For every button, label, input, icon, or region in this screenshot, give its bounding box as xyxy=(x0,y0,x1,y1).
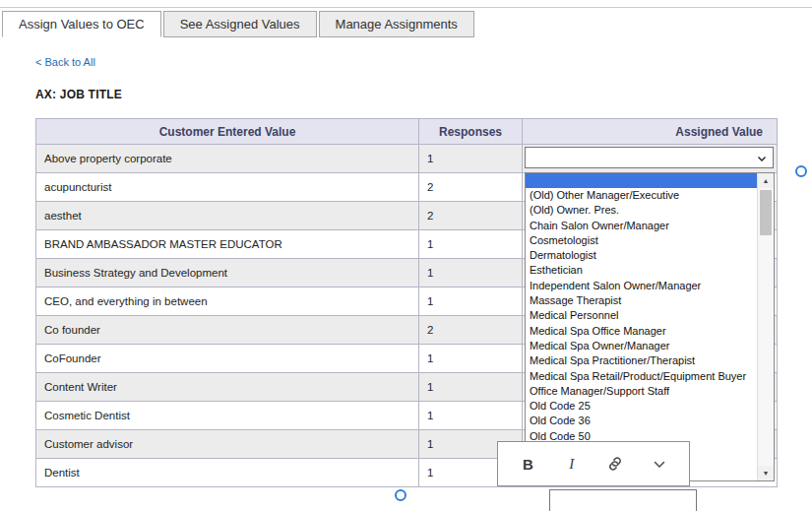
dropdown-option[interactable]: Medical Personnel xyxy=(526,308,757,323)
dropdown-option[interactable]: Medical Spa Retail/Product/Equipment Buy… xyxy=(526,369,757,384)
dropdown-option[interactable]: Medical Spa Owner/Manager xyxy=(526,339,757,353)
partial-input[interactable] xyxy=(549,489,697,511)
tab-manage-assignments[interactable]: Manage Assignments xyxy=(319,11,474,37)
customer-entered-value-cell: BRAND AMBASSADOR MASTER EDUCATOR xyxy=(36,230,419,259)
tab-assign-values-to-oec[interactable]: Assign Values to OEC xyxy=(2,11,161,37)
dropdown-option-blank-highlighted[interactable] xyxy=(526,173,757,188)
customer-entered-value-cell: CEO, and everything in between xyxy=(36,287,419,316)
chevron-down-icon xyxy=(756,153,768,164)
click-marker xyxy=(795,165,807,177)
dropdown-option[interactable]: Independent Salon Owner/Manager xyxy=(526,279,757,293)
dropdown-option[interactable]: Dermatologist xyxy=(526,248,757,263)
dropdown-option[interactable]: Medical Spa Office Manager xyxy=(526,324,757,339)
click-marker xyxy=(395,489,406,501)
customer-entered-value-cell: Customer advisor xyxy=(36,430,419,459)
dropdown-scrollbar[interactable]: ▲ ▼ xyxy=(757,173,774,480)
dropdown-option[interactable]: Esthetician xyxy=(526,263,757,278)
responses-cell: 1 xyxy=(419,345,523,373)
editor-toolbar: B I xyxy=(497,441,690,486)
responses-cell: 1 xyxy=(419,373,523,402)
responses-cell: 2 xyxy=(419,173,523,202)
responses-cell: 1 xyxy=(419,230,523,259)
responses-cell: 1 xyxy=(419,145,523,173)
link-button[interactable] xyxy=(601,450,629,478)
dropdown-option[interactable]: (Old) Other Manager/Executive xyxy=(526,188,757,203)
header-customer-entered-value: Customer Entered Value xyxy=(36,119,419,145)
responses-cell: 2 xyxy=(419,316,523,345)
scrollbar-track[interactable] xyxy=(758,188,774,466)
top-divider xyxy=(0,7,812,8)
dropdown-option[interactable]: (Old) Owner. Pres. xyxy=(526,203,757,218)
bold-button[interactable]: B xyxy=(514,450,541,478)
dropdown-option[interactable]: Massage Therapist xyxy=(526,293,757,308)
header-assigned-value: Assigned Value xyxy=(523,119,778,145)
scroll-up-icon[interactable]: ▲ xyxy=(758,173,774,188)
customer-entered-value-cell: Cosmetic Dentist xyxy=(36,402,419,430)
customer-entered-value-cell: aesthet xyxy=(36,202,419,230)
assigned-value-select[interactable] xyxy=(525,147,774,168)
header-responses: Responses xyxy=(419,119,523,145)
dropdown-option[interactable]: Office Manager/Support Staff xyxy=(526,384,757,399)
customer-entered-value-cell: Above property corporate xyxy=(36,145,419,173)
more-options-button[interactable] xyxy=(646,450,673,478)
customer-entered-value-cell: Business Strategy and Development xyxy=(36,259,419,287)
responses-cell: 2 xyxy=(419,202,523,230)
chevron-down-icon xyxy=(651,455,668,473)
dropdown-options: (Old) Other Manager/Executive (Old) Owne… xyxy=(526,173,757,480)
assigned-value-dropdown: (Old) Other Manager/Executive (Old) Owne… xyxy=(525,172,775,481)
customer-entered-value-cell: acupuncturist xyxy=(36,173,419,202)
customer-entered-value-cell: CoFounder xyxy=(36,345,419,373)
tab-see-assigned-values[interactable]: See Assigned Values xyxy=(163,11,317,37)
scrollbar-thumb[interactable] xyxy=(760,190,772,235)
customer-entered-value-cell: Content Writer xyxy=(36,373,419,402)
customer-entered-value-cell: Dentist xyxy=(36,459,419,487)
responses-cell: 1 xyxy=(419,259,523,287)
dropdown-option[interactable]: Old Code 36 xyxy=(526,414,757,428)
table-header-row: Customer Entered Value Responses Assigne… xyxy=(36,119,778,145)
responses-cell: 1 xyxy=(419,287,523,316)
link-icon xyxy=(606,455,624,473)
back-to-all-link[interactable]: < Back to All xyxy=(35,56,95,68)
dropdown-option[interactable]: Chain Salon Owner/Manager xyxy=(526,219,757,233)
scroll-down-icon[interactable]: ▼ xyxy=(758,466,774,480)
tab-bar: Assign Values to OEC See Assigned Values… xyxy=(2,11,474,37)
dropdown-option[interactable]: Cosmetologist xyxy=(526,233,757,248)
dropdown-option[interactable]: Old Code 25 xyxy=(526,399,757,414)
italic-button[interactable]: I xyxy=(558,450,586,478)
responses-cell: 1 xyxy=(419,402,523,430)
customer-entered-value-cell: Co founder xyxy=(36,316,419,345)
dropdown-option[interactable]: Medical Spa Practitioner/Therapist xyxy=(526,353,757,368)
page-title: AX: JOB TITLE xyxy=(35,88,122,101)
